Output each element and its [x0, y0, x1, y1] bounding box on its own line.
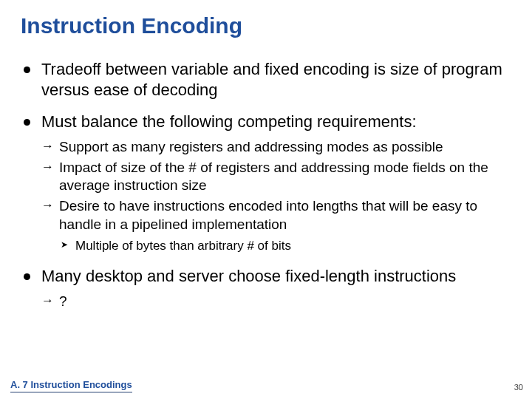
- list-item: Must balance the following competing req…: [21, 112, 511, 254]
- bullet-text: Impact of size of the # of registers and…: [59, 160, 488, 193]
- page-number: 30: [514, 383, 523, 392]
- bullet-text: Desire to have instructions encoded into…: [59, 198, 477, 231]
- bullet-list-level2: Support as many registers and addressing…: [41, 138, 511, 255]
- list-item: Multiple of bytes than arbitrary # of bi…: [59, 238, 511, 254]
- bullet-list-level3: Multiple of bytes than arbitrary # of bi…: [59, 238, 511, 254]
- footer-section-label: A. 7 Instruction Encodings: [10, 379, 132, 393]
- list-item: ?: [41, 293, 511, 310]
- list-item: Tradeoff between variable and fixed enco…: [21, 59, 511, 100]
- bullet-text: Many desktop and server choose fixed-len…: [41, 267, 456, 285]
- slide-body: Instruction Encoding Tradeoff between va…: [0, 0, 532, 310]
- bullet-text: Multiple of bytes than arbitrary # of bi…: [75, 239, 291, 253]
- bullet-text: ?: [59, 293, 67, 309]
- list-item: Support as many registers and addressing…: [41, 138, 511, 156]
- bullet-text: Tradeoff between variable and fixed enco…: [41, 60, 502, 99]
- bullet-text: Support as many registers and addressing…: [59, 139, 443, 154]
- slide-title: Instruction Encoding: [21, 13, 511, 38]
- list-item: Impact of size of the # of registers and…: [41, 159, 511, 195]
- bullet-list-level2: ?: [41, 293, 511, 310]
- bullet-list-level1: Tradeoff between variable and fixed enco…: [21, 59, 511, 310]
- footer: A. 7 Instruction Encodings: [10, 378, 132, 393]
- bullet-text: Must balance the following competing req…: [41, 112, 417, 131]
- list-item: Many desktop and server choose fixed-len…: [21, 266, 511, 310]
- list-item: Desire to have instructions encoded into…: [41, 197, 511, 254]
